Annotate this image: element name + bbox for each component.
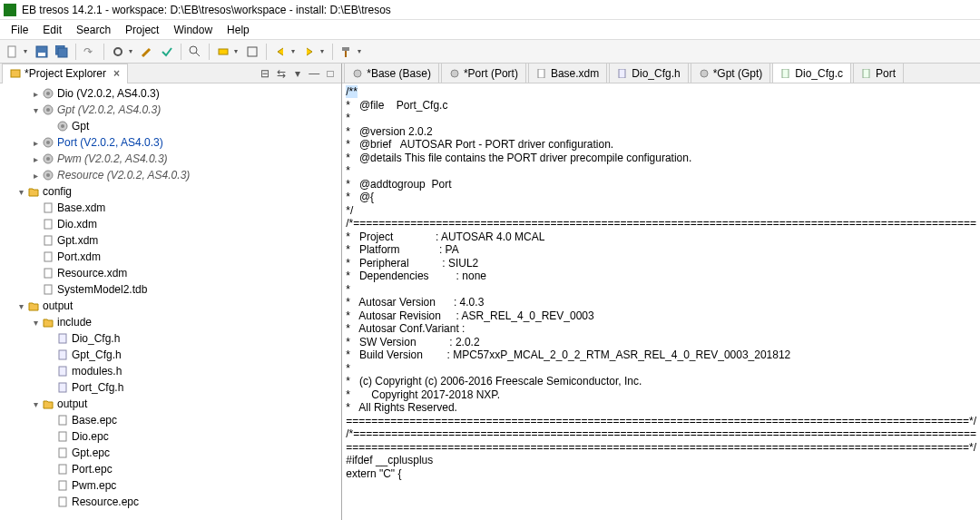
svg-point-19: [61, 124, 64, 128]
expand-open-icon[interactable]: ▾: [15, 187, 27, 197]
tree-item[interactable]: Pwm.epc: [0, 477, 341, 494]
toolbar-new-dd[interactable]: [4, 43, 22, 61]
file-icon: [56, 463, 69, 476]
expand-closed-icon[interactable]: ▸: [29, 171, 42, 181]
editor-tab[interactable]: *Port (Port): [441, 64, 526, 83]
tree-item[interactable]: ▸Pwm (V2.0.2, AS4.0.3): [0, 151, 341, 167]
toolbar-separator: [103, 44, 104, 60]
tree-item[interactable]: Base.epc: [0, 412, 341, 428]
editor-tab[interactable]: Port: [853, 64, 904, 83]
editor-tab[interactable]: *Gpt (Gpt): [691, 64, 771, 83]
tree-item[interactable]: Gpt: [0, 118, 341, 134]
toolbar-tool-c[interactable]: [158, 43, 176, 61]
tree-item[interactable]: ▾output: [0, 298, 341, 314]
module-icon: [42, 87, 54, 100]
toolbar-search[interactable]: [186, 43, 204, 61]
toolbar-tool-b[interactable]: [138, 43, 156, 61]
tree-item[interactable]: SystemModel2.tdb: [0, 281, 341, 298]
menu-project[interactable]: Project: [118, 22, 166, 38]
menu-search[interactable]: Search: [69, 22, 118, 38]
expand-open-icon[interactable]: ▾: [15, 301, 27, 311]
code-line: * @details This file contains the PORT d…: [346, 152, 976, 165]
file-c-icon: [56, 348, 69, 361]
tree-item[interactable]: ▸Port (V2.0.2, AS4.0.3): [0, 134, 341, 151]
expand-open-icon[interactable]: ▾: [29, 399, 42, 409]
project-tree[interactable]: ▸Dio (V2.0.2, AS4.0.3)▾Gpt (V2.0.2, AS4.…: [0, 83, 341, 520]
collapse-all-icon[interactable]: ⊟: [258, 66, 272, 81]
expand-open-icon[interactable]: ▾: [29, 318, 42, 328]
toolbar-toggle[interactable]: [214, 43, 232, 61]
tree-item[interactable]: Resource.xdm: [0, 265, 341, 281]
code-editor[interactable]: /*** @file Port_Cfg.c** @version 2.0.2* …: [342, 83, 980, 520]
maximize-view-icon[interactable]: □: [323, 66, 338, 81]
tree-item-label: Port (V2.0.2, AS4.0.3): [57, 136, 163, 149]
svg-rect-27: [44, 220, 52, 229]
toolbar-new-dd-dropdown[interactable]: ▾: [24, 47, 31, 55]
code-line: * @file Port_Cfg.c: [346, 99, 976, 113]
minimize-view-icon[interactable]: —: [307, 66, 321, 81]
menu-help[interactable]: Help: [220, 22, 257, 38]
editor-tab[interactable]: Dio_Cfg.c: [772, 64, 851, 83]
editor-tab-icon: [861, 68, 872, 79]
toolbar-build-dd-dropdown[interactable]: ▾: [358, 47, 365, 55]
tree-item-label: SystemModel2.tdb: [57, 283, 147, 296]
toolbar-nav-fwd[interactable]: [300, 43, 318, 61]
tree-item[interactable]: ▸Resource (V2.0.2, AS4.0.3): [0, 167, 341, 183]
link-with-editor-icon[interactable]: ⇆: [274, 66, 289, 81]
svg-rect-10: [248, 47, 257, 56]
code-line: extern "C" {: [346, 467, 976, 481]
tree-item-label: output: [43, 299, 73, 312]
tree-item[interactable]: Dio.epc: [0, 428, 341, 445]
code-line: */: [346, 204, 976, 218]
toolbar-tool-a-dropdown[interactable]: ▾: [129, 47, 136, 55]
view-menu-icon[interactable]: ▾: [290, 66, 305, 81]
tree-item[interactable]: Port_Cfg.h: [0, 379, 341, 396]
expand-closed-icon[interactable]: ▸: [29, 138, 42, 148]
editor-tab[interactable]: Dio_Cfg.h: [609, 64, 688, 83]
toolbar-save-all[interactable]: [53, 43, 71, 61]
toolbar-nav-back-dropdown[interactable]: ▾: [291, 47, 299, 55]
expand-closed-icon[interactable]: ▸: [29, 154, 42, 164]
toolbar-toggle-dropdown[interactable]: ▾: [234, 47, 241, 55]
menu-file[interactable]: File: [4, 22, 35, 38]
tree-item[interactable]: ▾config: [0, 183, 341, 200]
tree-item[interactable]: Gpt.xdm: [0, 232, 341, 249]
toolbar-nav-back[interactable]: [271, 43, 289, 61]
tree-item[interactable]: Dio.xdm: [0, 216, 341, 232]
close-view-icon[interactable]: ×: [113, 67, 120, 80]
tree-item[interactable]: modules.h: [0, 363, 341, 379]
menu-window[interactable]: Window: [166, 22, 220, 38]
toolbar-save[interactable]: [33, 43, 51, 61]
tree-item[interactable]: Port.epc: [0, 461, 341, 477]
toolbar-skip[interactable]: ↷: [81, 43, 99, 61]
tree-item[interactable]: ▾include: [0, 314, 341, 330]
editor-tab[interactable]: *Base (Base): [344, 64, 439, 83]
toolbar-outline[interactable]: [243, 43, 261, 61]
folder-open-icon: [27, 185, 40, 198]
code-line: /*======================================…: [346, 217, 976, 231]
tree-item[interactable]: Resource.epc: [0, 494, 341, 510]
tree-item[interactable]: Gpt.epc: [0, 445, 341, 461]
project-explorer-tab[interactable]: *Project Explorer ×: [2, 64, 128, 83]
svg-rect-13: [11, 70, 20, 77]
tree-item-label: Pwm (V2.0.2, AS4.0.3): [57, 152, 168, 165]
toolbar-build-dd[interactable]: [338, 43, 356, 61]
tree-item[interactable]: Base.xdm: [0, 200, 341, 216]
expand-open-icon[interactable]: ▾: [29, 105, 42, 115]
menu-edit[interactable]: Edit: [35, 22, 69, 38]
editor-tab[interactable]: Base.xdm: [528, 64, 607, 83]
tree-item[interactable]: ▾Gpt (V2.0.2, AS4.0.3): [0, 102, 341, 118]
code-line: * Peripheral : SIUL2: [346, 257, 976, 270]
toolbar-tool-a[interactable]: [109, 43, 127, 61]
tree-item-label: include: [57, 316, 92, 329]
svg-point-42: [354, 70, 361, 77]
tree-item[interactable]: Gpt_Cfg.h: [0, 347, 341, 363]
tree-item[interactable]: Dio_Cfg.h: [0, 330, 341, 347]
expand-closed-icon[interactable]: ▸: [29, 89, 42, 99]
tree-item[interactable]: ▾output: [0, 396, 341, 412]
tree-item[interactable]: ▸Dio (V2.0.2, AS4.0.3): [0, 85, 341, 102]
toolbar-nav-fwd-dropdown[interactable]: ▾: [320, 47, 328, 55]
svg-rect-33: [59, 350, 66, 359]
tree-item[interactable]: Port.xdm: [0, 249, 341, 265]
module-icon: [42, 152, 54, 165]
